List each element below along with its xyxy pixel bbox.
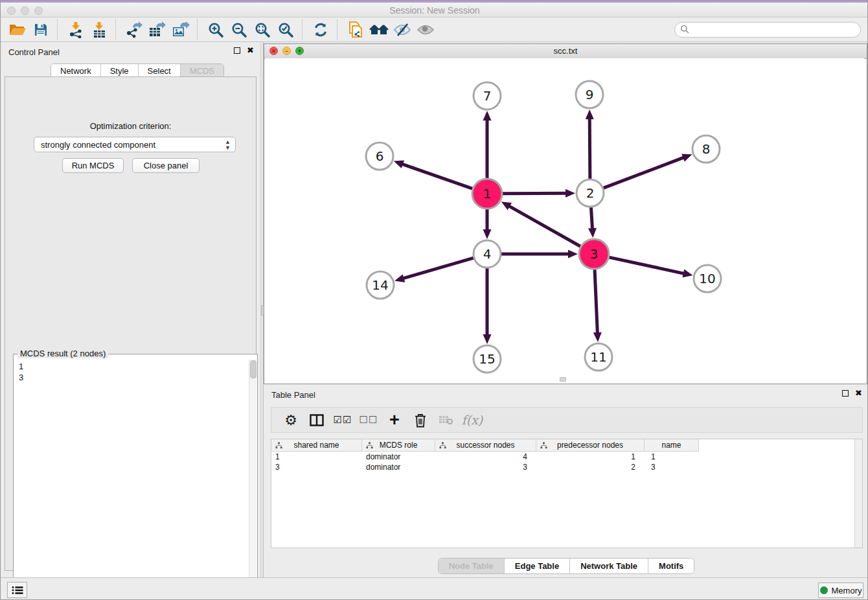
cell-shared-name[interactable]: 3 bbox=[271, 462, 362, 472]
status-bar: Memory bbox=[1, 577, 868, 600]
deselect-all-button[interactable]: ☐☐ bbox=[357, 409, 380, 431]
table-settings-button[interactable]: ⚙ bbox=[279, 409, 303, 431]
table-row[interactable]: 1 dominator 4 1 1 bbox=[271, 452, 862, 462]
float-panel-icon[interactable] bbox=[234, 47, 240, 54]
close-panel-icon[interactable]: ✖ bbox=[247, 47, 254, 54]
column-header-shared-name[interactable]: shared name bbox=[271, 439, 362, 452]
memory-button[interactable]: Memory bbox=[818, 583, 863, 598]
zoom-out-button[interactable] bbox=[227, 19, 251, 41]
result-scrollbar-thumb[interactable] bbox=[250, 360, 257, 378]
graph-node-label: 14 bbox=[372, 277, 388, 293]
network-window-titlebar[interactable]: ✕ − + scc.txt bbox=[264, 44, 867, 59]
import-table-button[interactable] bbox=[87, 19, 111, 41]
result-scrollbar[interactable] bbox=[249, 360, 257, 599]
refresh-view-button[interactable] bbox=[309, 19, 332, 41]
table-scrollbar[interactable] bbox=[854, 439, 862, 548]
canvas-resize-grip[interactable] bbox=[560, 377, 566, 382]
network-graph[interactable]: 7968124314101511 bbox=[265, 58, 864, 382]
delete-table-button[interactable] bbox=[435, 409, 458, 431]
import-network-button[interactable] bbox=[64, 19, 87, 41]
tab-style[interactable]: Style bbox=[101, 64, 139, 78]
zoom-in-button[interactable] bbox=[204, 19, 227, 41]
graph-edge[interactable] bbox=[589, 117, 590, 179]
float-table-panel-icon[interactable] bbox=[842, 390, 849, 397]
graph-node-label: 2 bbox=[586, 185, 595, 201]
cell-predecessor-nodes[interactable]: 2 bbox=[536, 462, 645, 472]
table-panel: Table Panel ✖ ⚙ ☑☑ ☐☐ + f(x) shared name… bbox=[264, 386, 868, 577]
tab-node-table[interactable]: Node Table bbox=[439, 559, 505, 573]
hierarchy-icon bbox=[540, 442, 547, 449]
main-toolbar bbox=[1, 17, 868, 42]
network-canvas[interactable]: 7968124314101511 bbox=[265, 58, 864, 382]
graph-node-label: 7 bbox=[483, 88, 492, 104]
export-image-icon bbox=[172, 21, 190, 38]
column-header-mcds-role[interactable]: MCDS role bbox=[362, 439, 435, 452]
zoom-fit-button[interactable] bbox=[251, 19, 274, 41]
graph-edge[interactable] bbox=[604, 157, 685, 188]
graph-edge[interactable] bbox=[402, 258, 474, 279]
show-selected-button[interactable] bbox=[414, 19, 437, 41]
cell-shared-name[interactable]: 1 bbox=[271, 452, 362, 462]
graph-edge-arrowhead bbox=[483, 229, 492, 239]
tab-edge-table[interactable]: Edge Table bbox=[505, 559, 570, 573]
cell-name[interactable]: 3 bbox=[645, 462, 699, 472]
tab-network[interactable]: Network bbox=[51, 64, 101, 78]
delete-column-button[interactable] bbox=[409, 409, 432, 431]
table-panel-title: Table Panel bbox=[271, 390, 315, 400]
tab-mcds[interactable]: MCDS bbox=[181, 64, 223, 78]
toolbar-separator bbox=[337, 19, 339, 40]
export-network-button[interactable] bbox=[122, 19, 146, 41]
hide-selected-button[interactable] bbox=[391, 19, 414, 41]
main-titlebar: Session: New Session bbox=[1, 1, 868, 17]
task-history-button[interactable] bbox=[7, 582, 27, 598]
graph-edge-arrowhead bbox=[681, 154, 692, 161]
show-all-networks-button[interactable] bbox=[367, 19, 391, 41]
export-table-button[interactable] bbox=[146, 19, 169, 41]
close-panel-button[interactable]: Close panel bbox=[132, 158, 200, 173]
add-column-button[interactable]: + bbox=[383, 409, 406, 431]
tab-motifs[interactable]: Motifs bbox=[648, 559, 694, 573]
optimization-criterion-select[interactable]: strongly connected component ▲▼ bbox=[34, 137, 236, 152]
run-mcds-button[interactable]: Run MCDS bbox=[62, 158, 124, 173]
column-header-predecessor-nodes[interactable]: predecessor nodes bbox=[536, 439, 645, 452]
zoom-selected-button[interactable] bbox=[274, 19, 297, 41]
column-header-name[interactable]: name bbox=[645, 439, 699, 452]
column-header-successor-nodes[interactable]: successor nodes bbox=[435, 439, 536, 452]
export-network-icon bbox=[125, 21, 143, 38]
graph-edge[interactable] bbox=[595, 270, 597, 334]
graph-edge-arrowhead bbox=[565, 189, 575, 198]
copy-network-icon bbox=[347, 21, 364, 39]
import-table-icon bbox=[91, 21, 108, 38]
graph-edge-arrowhead bbox=[394, 160, 404, 168]
save-session-button[interactable] bbox=[29, 19, 52, 41]
double-home-icon bbox=[369, 22, 389, 38]
copy-network-button[interactable] bbox=[344, 19, 367, 41]
cell-successor-nodes[interactable]: 3 bbox=[435, 462, 536, 472]
cell-name[interactable]: 1 bbox=[645, 452, 699, 462]
search-input[interactable] bbox=[674, 22, 861, 38]
optimization-criterion-label: Optimization criterion: bbox=[5, 121, 256, 131]
toggle-column-view-button[interactable] bbox=[305, 409, 328, 431]
open-session-button[interactable] bbox=[6, 19, 29, 41]
graph-edge-arrowhead bbox=[586, 110, 594, 119]
mcds-result-list[interactable]: 1 3 bbox=[14, 360, 249, 599]
tab-network-table[interactable]: Network Table bbox=[570, 559, 648, 573]
graph-edge[interactable] bbox=[609, 257, 685, 273]
tab-select[interactable]: Select bbox=[139, 64, 181, 78]
table-tabs: Node Table Edge Table Network Table Moti… bbox=[264, 558, 868, 574]
graph-edge[interactable] bbox=[401, 164, 472, 189]
close-table-panel-icon[interactable]: ✖ bbox=[855, 390, 862, 397]
apply-function-button[interactable]: f(x) bbox=[461, 409, 484, 431]
cell-mcds-role[interactable]: dominator bbox=[362, 452, 435, 462]
graph-edge[interactable] bbox=[508, 205, 580, 246]
cell-predecessor-nodes[interactable]: 1 bbox=[536, 452, 645, 462]
export-image-button[interactable] bbox=[169, 19, 192, 41]
select-all-button[interactable]: ☑☑ bbox=[331, 409, 354, 431]
cell-successor-nodes[interactable]: 4 bbox=[435, 452, 536, 462]
cell-mcds-role[interactable]: dominator bbox=[362, 462, 435, 472]
zoom-fit-icon bbox=[254, 21, 271, 38]
table-row[interactable]: 3 dominator 3 2 3 bbox=[271, 462, 862, 472]
graph-edge[interactable] bbox=[503, 193, 567, 194]
graph-edge[interactable] bbox=[591, 207, 592, 230]
graph-node-label: 15 bbox=[479, 351, 495, 367]
